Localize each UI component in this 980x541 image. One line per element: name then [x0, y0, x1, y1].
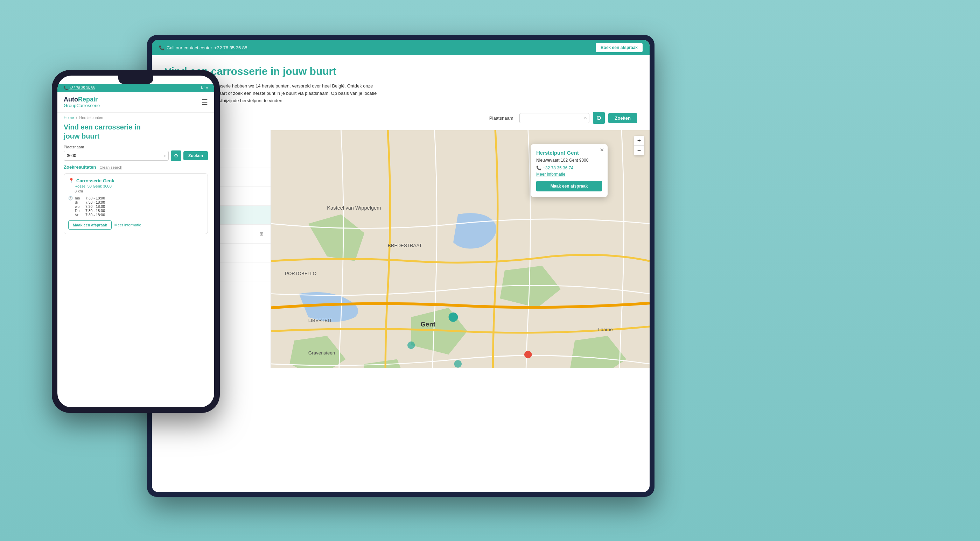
hamburger-menu-icon[interactable]: ☰ — [202, 98, 208, 107]
phone-result-actions: Maak een afspraak Meer informatie — [68, 220, 204, 229]
popup-more-info-link[interactable]: Meer informatie — [536, 172, 602, 177]
hours-row-di: di 7:30 - 18:00 — [75, 200, 105, 204]
map-zoom-controls: + − — [634, 136, 644, 155]
svg-text:Gent: Gent — [420, 321, 435, 328]
phone-result-name: 📍 Carrosserie Genk — [68, 178, 204, 183]
hours-row-vr: Vr 7:30 - 18:00 — [75, 213, 105, 217]
svg-text:LIBERTEIT: LIBERTEIT — [309, 318, 332, 323]
tablet-search-button[interactable]: Zoeken — [608, 113, 637, 123]
map-popup: ✕ Herstelpunt Gent Nieuwevaart 102 Gent … — [531, 144, 608, 197]
phone-clean-search-link[interactable]: Clean search — [99, 165, 122, 169]
phone-clear-button[interactable]: ○ — [164, 153, 167, 159]
phone-header-icon: 📞 — [64, 86, 68, 90]
location-icon — [597, 116, 601, 120]
hours-row-ma: ma 7:30 - 18:00 — [75, 196, 105, 200]
phone-book-button[interactable]: Maak een afspraak — [68, 220, 111, 229]
breadcrumb-home-link[interactable]: Home — [64, 116, 74, 120]
phone-notch — [118, 76, 153, 84]
tablet-header-bar: 📞 Call our contact center +32 78 35 36 8… — [152, 40, 650, 55]
tablet-device: 📞 Call our contact center +32 78 35 36 8… — [147, 35, 654, 497]
map-zoom-out-button[interactable]: − — [634, 146, 644, 155]
tablet-search-row: Plaatsnaam ○ Zoeken — [164, 112, 637, 124]
tablet-page-title: Vind een carrosserie in jouw buurt — [164, 65, 637, 78]
tablet-location-button[interactable] — [593, 112, 605, 124]
svg-point-1 — [598, 118, 600, 119]
map-zoom-in-button[interactable]: + — [634, 136, 644, 146]
phone-search-label: Plaatsnaam — [64, 145, 208, 149]
svg-text:PORTOBELLO: PORTOBELLO — [285, 271, 317, 276]
phone-logo: AutoRepair GroupCarrosserie — [64, 96, 100, 108]
tablet-main-area: Herstelpunt Bergen Herstelpunt Charleroi… — [152, 130, 650, 368]
phone-header-link[interactable]: +32 78 35 36 88 — [69, 86, 95, 90]
phone-results-label-row: Zoekresultaten Clean search — [64, 164, 208, 170]
logo-repair: Repair — [78, 96, 98, 103]
popup-close-button[interactable]: ✕ — [600, 147, 604, 153]
logo-auto: Auto — [64, 96, 78, 103]
phone-page-title: Vind een carrosserie in jouw buurt — [64, 123, 208, 141]
tablet-contact-label: Call our contact center — [167, 45, 212, 50]
location-pin-icon: 📍 — [68, 178, 74, 183]
logo-group-carrosserie: GroupCarrosserie — [64, 103, 100, 108]
breadcrumb-current: Herstelpunten — [79, 116, 103, 120]
phone-location-button[interactable] — [171, 151, 181, 161]
phone-results-title: Zoekresultaten — [64, 164, 96, 170]
phone-screen: 📞 +32 78 35 36 88 NL ▾ AutoRepair GroupC… — [57, 76, 214, 407]
phone-body: Vind een carrosserie in jouw buurt Plaat… — [57, 123, 214, 238]
chevron-down-icon: ▾ — [206, 86, 208, 90]
popup-book-button[interactable]: Maak een afspraak — [536, 181, 602, 191]
phone-breadcrumb: Home / Herstelpunten — [57, 113, 214, 123]
svg-point-20 — [449, 312, 458, 322]
phone-nav: AutoRepair GroupCarrosserie ☰ — [57, 92, 214, 113]
phone-device: 📞 +32 78 35 36 88 NL ▾ AutoRepair GroupC… — [52, 70, 220, 413]
phone-search-button[interactable]: Zoeken — [183, 151, 208, 160]
phone-search-input-wrap: ○ — [64, 151, 169, 161]
svg-point-21 — [454, 360, 461, 368]
tablet-search-input[interactable] — [519, 113, 589, 123]
phone-icon: 📞 — [159, 45, 164, 50]
tablet-clear-icon[interactable]: ○ — [584, 115, 587, 121]
hours-row-do: Do 7:30 - 18:00 — [75, 208, 105, 213]
phone-lang-label: NL — [201, 86, 205, 90]
phone-header-bar: 📞 +32 78 35 36 88 NL ▾ — [57, 84, 214, 92]
phone-more-info-button[interactable]: Meer informatie — [115, 220, 141, 229]
tablet-map: Gent Kasteel van Wippelgem Goed Ten Huil… — [271, 130, 650, 368]
phone-search-input[interactable] — [64, 151, 169, 161]
svg-point-22 — [524, 351, 531, 358]
popup-phone-number: +32 78 35 36 74 — [543, 165, 573, 170]
tablet-phone-info: 📞 Call our contact center +32 78 35 36 8… — [159, 45, 247, 50]
tablet-screen: 📞 Call our contact center +32 78 35 36 8… — [152, 40, 650, 492]
phone-result-distance: 3 km — [75, 189, 204, 193]
phone-result-card: 📍 Carrosserie Genk Rossel 50 Genk 3600 3… — [64, 173, 208, 234]
svg-text:BREDESTRAAT: BREDESTRAAT — [388, 243, 422, 248]
tablet-content-area: Vind een carrosserie in jouw buurt Bij A… — [152, 55, 650, 124]
phone-result-hours: 🕐 ma 7:30 - 18:00 di 7:30 - 18:00 — [68, 196, 204, 217]
phone-lang-selector[interactable]: NL ▾ — [201, 86, 208, 90]
svg-point-25 — [176, 155, 177, 156]
tablet-search-label: Plaatsnaam — [489, 116, 514, 121]
svg-text:Kasteel van Wippelgem: Kasteel van Wippelgem — [327, 205, 381, 211]
phone-icon: 📞 — [536, 165, 541, 170]
popup-address: Nieuwevaart 102 Gent 9000 — [536, 158, 602, 163]
phone-header-phone: 📞 +32 78 35 36 88 — [64, 86, 95, 90]
hours-row-wo: wo 7:30 - 18:00 — [75, 204, 105, 208]
phone-search-row: ○ Zoeken — [64, 151, 208, 161]
tablet-book-button[interactable]: Boek een afspraak — [596, 43, 643, 52]
clock-icon: 🕐 — [68, 196, 73, 200]
tablet-phone-link[interactable]: +32 78 35 36 88 — [214, 45, 247, 50]
popup-title: Herstelpunt Gent — [536, 150, 602, 156]
svg-point-23 — [407, 342, 415, 349]
popup-phone[interactable]: 📞 +32 78 35 36 74 — [536, 165, 602, 170]
tablet-search-input-wrap: ○ — [519, 113, 589, 123]
location-icon — [174, 154, 178, 158]
phone-result-address[interactable]: Rossel 50 Genk 3600 — [75, 184, 204, 188]
svg-text:Laarne: Laarne — [598, 327, 613, 333]
svg-text:Gravensteen: Gravensteen — [309, 351, 335, 356]
breadcrumb-separator: / — [76, 116, 77, 120]
